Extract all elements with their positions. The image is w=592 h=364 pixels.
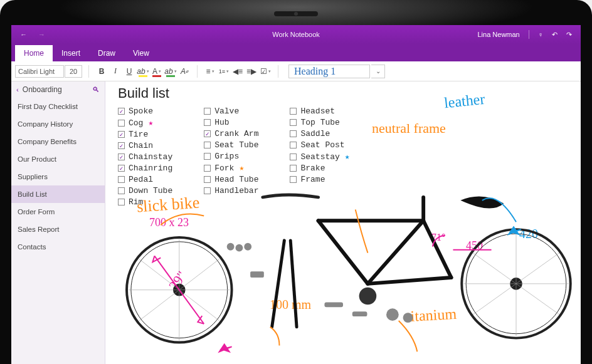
checkbox[interactable] [118,108,125,115]
checklist-row[interactable]: Seatstay★ [290,152,349,162]
checklist-row[interactable]: Head Tube [204,175,258,184]
checklist-row[interactable]: Seat Post [290,140,349,150]
lightbulb-icon[interactable]: ♀ [538,31,543,38]
redo-icon[interactable]: ↷ [566,31,572,39]
checklist-row[interactable]: Spoke [118,107,172,116]
separator [88,65,89,78]
svg-point-33 [244,243,251,251]
checklist-row[interactable]: Chainstay [118,152,172,162]
checkbox[interactable] [204,165,211,172]
svg-line-25 [423,221,451,278]
svg-line-26 [367,278,451,284]
checkbox[interactable] [118,153,125,160]
checklist-row[interactable]: Saddle [290,129,349,138]
sidebar-item[interactable]: Build List [11,185,105,203]
font-name-select[interactable]: Calibri Light [15,65,64,78]
checklist-label: Crank Arm [214,129,258,138]
checkbox[interactable] [118,165,125,172]
checkbox[interactable] [290,108,297,115]
checklist-row[interactable]: Crank Arm [204,129,258,138]
checklist-label: Chainring [129,164,172,173]
outdent-button[interactable]: ◀≡ [231,65,244,78]
checklist-row[interactable]: Top Tube [290,118,349,127]
sidebar-item[interactable]: Company Benefits [11,133,105,150]
checklist-label: Hub [214,118,229,127]
page-title[interactable]: Build list [118,85,169,101]
svg-point-37 [403,313,413,323]
checkbox[interactable] [290,165,297,172]
ribbon-tab-insert[interactable]: Insert [53,45,89,61]
ink-color-button[interactable]: ab [164,65,177,78]
svg-line-29 [290,241,297,327]
checklist-label: Valve [214,107,239,116]
checkbox[interactable] [290,119,297,126]
sidebar-item[interactable]: Order Form [11,203,105,221]
checklist-row[interactable]: Pedal [118,175,172,184]
checklist-row[interactable]: Tire [118,130,172,139]
nav-back-icon[interactable]: ← [20,31,27,38]
checkbox[interactable] [204,153,211,160]
svg-point-31 [227,243,235,251]
checkbox[interactable] [118,142,125,149]
checklist-row[interactable]: Brake [290,164,349,173]
nav-forward-icon[interactable]: → [38,31,45,38]
note-canvas[interactable]: Build list SpokeCog★TireChainChainstayCh… [105,81,581,364]
clear-format-button[interactable]: A⌀ [178,65,191,78]
checklist-row[interactable]: Grips [204,152,258,161]
highlight-button[interactable]: ab [137,65,149,78]
checkbox[interactable] [204,176,211,183]
checklist-row[interactable]: Seat Tube [204,140,258,150]
font-size-select[interactable]: 20 [65,65,82,78]
toolbar: Calibri Light 20 B I U ab A ab A⌀ ≡ 1≡ ◀… [11,61,581,81]
star-icon: ★ [239,163,244,173]
ribbon-tab-draw[interactable]: Draw [89,45,124,61]
styles-gallery[interactable]: Heading 1 [288,65,370,78]
number-list-button[interactable]: 1≡ [218,65,230,78]
checklist-row[interactable]: Cog★ [118,118,172,128]
checkbox[interactable] [118,131,125,138]
checklist-row[interactable]: Chainring [118,164,172,173]
checkbox[interactable] [204,108,211,115]
search-icon[interactable]: 🔍︎ [92,86,100,93]
user-name[interactable]: Lina Newman [477,31,519,38]
ribbon-tab-view[interactable]: View [124,45,158,61]
checklist-label: Seat Post [300,140,344,150]
svg-line-21 [473,253,516,284]
checklist-row[interactable]: Valve [204,107,258,116]
checkbox[interactable] [204,142,211,148]
sidebar-item[interactable]: First Day Checklist [11,98,105,115]
underline-button[interactable]: U [123,65,135,78]
sidebar-item[interactable]: Contacts [11,238,105,256]
svg-point-30 [359,288,377,305]
section-back-icon[interactable]: ‹ [16,86,19,93]
checkbox[interactable] [290,176,297,183]
todo-tag-button[interactable]: ☑ [259,65,272,78]
checklist-row[interactable]: Fork★ [204,163,258,173]
svg-line-15 [516,253,559,284]
undo-icon[interactable]: ↶ [552,31,558,39]
checkbox[interactable] [290,130,297,137]
checkbox[interactable] [290,153,297,160]
styles-dropdown[interactable]: ⌄ [371,65,385,78]
sidebar-item[interactable]: Company History [11,115,105,133]
sidebar-item[interactable]: Suppliers [11,168,105,185]
font-color-button[interactable]: A [151,65,163,78]
sidebar-item[interactable]: Our Product [11,150,105,168]
ribbon-tab-home[interactable]: Home [15,45,53,61]
bold-button[interactable]: B [95,65,108,78]
checkbox[interactable] [118,120,125,127]
checklist-label: Tire [129,130,148,139]
checklist-label: Saddle [300,129,330,138]
checklist-row[interactable]: Headset [290,107,349,116]
italic-button[interactable]: I [109,65,122,78]
checkbox[interactable] [204,130,211,137]
checkbox[interactable] [290,142,297,148]
checkbox[interactable] [118,176,125,183]
checkbox[interactable] [204,119,211,126]
indent-button[interactable]: ≡▶ [245,65,258,78]
checklist-row[interactable]: Hub [204,118,258,127]
bullet-list-button[interactable]: ≡ [204,65,216,78]
sidebar-item[interactable]: Sales Report [11,221,105,238]
checklist-row[interactable]: Frame [290,175,349,184]
checklist-row[interactable]: Chain [118,141,172,150]
